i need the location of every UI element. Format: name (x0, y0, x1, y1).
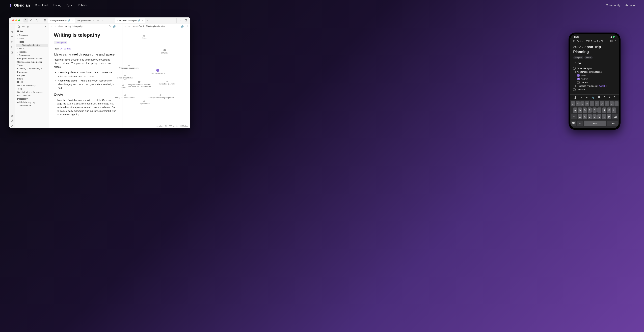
tab-writing-telepathy[interactable]: Writing is telepathy 🔗 ✕ (48, 18, 75, 23)
minimize-window-button[interactable] (15, 20, 17, 21)
return-key[interactable]: return (607, 120, 618, 126)
tree-file[interactable]: Travel (16, 64, 48, 67)
left-panel-toggle-icon[interactable] (572, 40, 575, 42)
checkbox[interactable] (577, 74, 580, 77)
key-d[interactable]: D (583, 108, 587, 113)
from-link[interactable]: On Writing (60, 47, 71, 50)
key-n[interactable]: N (602, 114, 606, 120)
breadcrumb[interactable]: Ideas/Writing is telepathy (58, 25, 108, 28)
key-a[interactable]: A (573, 108, 577, 113)
todo-item[interactable]: Research ryokans in [[Kyoto]]] (573, 84, 616, 88)
graph-node[interactable]: Calmness is a superpower (119, 65, 139, 69)
more-icon[interactable]: ⋮ (614, 40, 616, 42)
todo-item[interactable]: Schedule flights (573, 66, 616, 70)
todo-item[interactable]: Ask for recommendations (573, 70, 616, 74)
key-l[interactable]: L (612, 108, 616, 113)
todo-item[interactable]: Andrew (573, 77, 616, 81)
brackets-icon[interactable]: [ ] (574, 96, 576, 98)
tree-file[interactable]: Specialization is for insects (16, 90, 48, 94)
key-o[interactable]: O (610, 101, 614, 106)
tree-file[interactable]: Philosophy (16, 97, 48, 100)
nav-account[interactable]: Account (626, 4, 636, 7)
backlinks-count[interactable]: 1 backlink (154, 125, 162, 127)
backspace-key[interactable]: ⌫ (612, 114, 618, 120)
graph-node[interactable]: On Writing (161, 49, 168, 54)
calendar-icon[interactable] (10, 35, 14, 40)
star-icon[interactable] (34, 18, 39, 22)
key-i[interactable]: I (605, 101, 609, 106)
tree-file[interactable]: Creativity is combinatory u... (16, 67, 48, 70)
nav-pricing[interactable]: Pricing (53, 4, 62, 7)
phone-breadcrumb[interactable]: Projects / 2023 Japan Trip Pl... (577, 40, 608, 42)
graph-node[interactable]: Books (142, 35, 146, 39)
nav-back-icon[interactable]: ← (124, 25, 126, 28)
todo-item[interactable]: Keiko (573, 74, 616, 77)
canvas-icon[interactable] (10, 40, 14, 44)
nav-sync[interactable]: Sync (66, 4, 73, 7)
tag-travel[interactable]: #travel (584, 56, 593, 59)
key-z[interactable]: Z (578, 114, 582, 120)
tree-file[interactable]: First principles (16, 94, 48, 97)
tree-file[interactable]: Emergence (16, 70, 48, 74)
tab-dropdown-icon[interactable]: ⌄ (178, 18, 183, 22)
numeric-key[interactable]: 123 (571, 120, 576, 126)
help-icon[interactable] (10, 118, 14, 123)
key-y[interactable]: Y (595, 101, 599, 106)
key-x[interactable]: X (583, 114, 587, 120)
tree-file[interactable]: Health (16, 80, 48, 84)
graph-node[interactable]: Evergreen notes (138, 100, 150, 105)
todo-item[interactable]: Garrett (573, 81, 616, 84)
graph-node[interactable]: Writing is telepathy (150, 69, 165, 74)
template-icon[interactable] (10, 50, 14, 55)
tab-dropdown-icon[interactable]: ⌄ (100, 20, 104, 21)
settings-icon[interactable] (10, 124, 14, 128)
close-window-button[interactable] (12, 20, 14, 21)
key-p[interactable]: P (614, 101, 618, 106)
sort-icon[interactable] (26, 24, 30, 28)
close-icon[interactable]: ✕ (142, 19, 144, 22)
key-s[interactable]: S (578, 108, 582, 113)
edit-icon[interactable]: ✎ (109, 25, 111, 28)
tab-evergreen-notes[interactable]: Evergreen notes ✕ (75, 18, 96, 23)
key-g[interactable]: G (592, 108, 596, 113)
key-f[interactable]: F (588, 108, 592, 113)
checkbox[interactable] (577, 81, 580, 84)
new-note-icon[interactable] (16, 24, 21, 28)
more-icon[interactable]: ⋮ (118, 25, 120, 28)
tree-folder[interactable]: Daily (16, 37, 48, 40)
key-h[interactable]: H (598, 108, 602, 113)
breadcrumb[interactable]: Ideas/Graph of Writing is telepathy (132, 25, 180, 28)
graph-canvas[interactable]: BooksOn WritingCalmness is a superpowerW… (122, 29, 190, 128)
tree-file[interactable]: 1,000 true fans (16, 104, 48, 107)
key-w[interactable]: W (576, 101, 580, 106)
tree-folder[interactable]: Clippings (16, 34, 48, 37)
key-v[interactable]: V (592, 114, 596, 120)
graph-node[interactable]: Everything is a remix (160, 81, 175, 85)
file-icon[interactable]: ▭ (580, 96, 582, 98)
vault-icon[interactable] (10, 113, 14, 118)
nav-publish[interactable]: Publish (78, 4, 87, 7)
tree-file[interactable]: Writing is telepathy (16, 44, 48, 47)
nav-forward-icon[interactable]: → (128, 25, 130, 28)
reader-mode-icon[interactable] (610, 40, 613, 42)
key-k[interactable]: K (607, 108, 611, 113)
checkbox[interactable] (573, 67, 576, 70)
note-content[interactable]: Writing is telepathy #evergreen From On … (49, 29, 122, 128)
link-icon[interactable]: 🔗 (113, 25, 116, 28)
strike-icon[interactable]: S (614, 96, 615, 98)
shift-key[interactable]: ⇧ (571, 114, 577, 120)
graph-view-icon[interactable] (10, 30, 14, 34)
tag-evergreen[interactable]: #evergreen (54, 41, 68, 44)
quick-switcher-icon[interactable] (10, 25, 14, 30)
graph-node[interactable]: Evergreen notes turn ideas into objects … (128, 81, 151, 87)
heading-icon[interactable]: H (598, 96, 600, 98)
key-u[interactable]: U (600, 101, 604, 106)
tab-graph[interactable]: ⑂ Graph of Writing is t 🔗 ✕ (116, 18, 145, 23)
tree-file[interactable]: Books (16, 77, 48, 80)
nav-download[interactable]: Download (35, 4, 48, 7)
tree-folder[interactable]: Meta (16, 47, 48, 50)
graph-node[interactable]: Creativity is combinatory uniqueness (147, 94, 174, 98)
tree-file[interactable]: What if it were easy (16, 84, 48, 87)
space-key[interactable]: space (584, 120, 606, 126)
close-icon[interactable]: ✕ (71, 19, 73, 22)
